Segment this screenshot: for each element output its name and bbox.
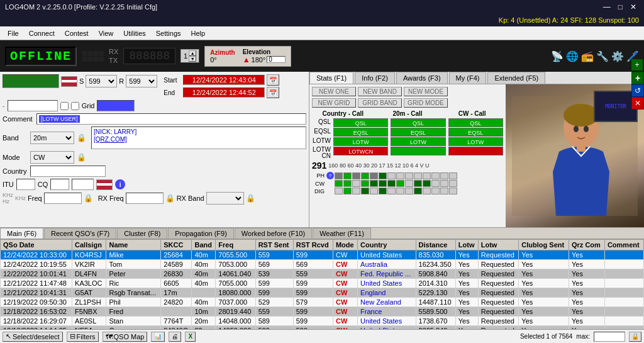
- table-cell: 40m: [192, 279, 216, 288]
- elevation-value: 180°: [252, 56, 266, 64]
- start-calendar-btn[interactable]: 📅: [267, 74, 279, 86]
- table-cell: CW: [333, 250, 357, 260]
- stats-col-headers: Country - Call 20m - Call CW - Call: [312, 110, 503, 117]
- table-row[interactable]: 12/24/2022 10:19:55VK2IRTom2458940m7053.…: [1, 260, 644, 269]
- log-tab-weather[interactable]: Weather (F11): [313, 228, 371, 239]
- new-mode-button[interactable]: NEW MODE: [404, 87, 448, 96]
- name-input[interactable]: Larry: [8, 100, 58, 111]
- cq-input[interactable]: 5: [50, 179, 69, 190]
- blue-refresh-button[interactable]: ↺: [631, 84, 644, 97]
- tab-awards[interactable]: Awards (F3): [396, 72, 448, 84]
- minimize-button[interactable]: —: [601, 3, 613, 11]
- channel-spinner[interactable]: 1 ▲ ▼: [180, 49, 199, 63]
- elevation-input[interactable]: [267, 56, 286, 63]
- freq-input[interactable]: 0: [44, 193, 82, 204]
- print-button[interactable]: 🖨: [169, 332, 181, 342]
- freq-lock-icon: 🔒: [84, 194, 93, 203]
- ph-17: [387, 172, 396, 179]
- menu-file[interactable]: File: [3, 28, 24, 38]
- grid-band-button[interactable]: GRID BAND: [358, 98, 402, 108]
- table-row[interactable]: 12/18/2022 16:29:07AE0SLStan7764T20m1404…: [1, 317, 644, 326]
- itu-input[interactable]: 8: [16, 179, 35, 190]
- table-cell: Yes: [519, 298, 569, 307]
- globe-icon[interactable]: 🌐: [566, 50, 579, 62]
- log-tab-main[interactable]: Main (F6): [0, 228, 43, 239]
- s-select[interactable]: 599: [86, 75, 117, 87]
- table-cell: 569: [255, 260, 293, 269]
- th-name: Name: [106, 240, 161, 250]
- r-select[interactable]: 599: [126, 75, 157, 87]
- red-close-button[interactable]: ✕: [631, 97, 644, 110]
- qsl-country-box: QSL: [333, 118, 388, 127]
- mode-select[interactable]: CW: [30, 151, 74, 164]
- table-cell: 16234.350: [416, 260, 455, 269]
- grid-input[interactable]: FN43ic: [97, 100, 135, 111]
- log-tab-worked-before[interactable]: Worked before (F10): [235, 228, 312, 239]
- qso-map-button[interactable]: 🗺 QSO Map: [103, 332, 148, 342]
- select-deselect-button[interactable]: ↖ Select/deselect: [3, 332, 63, 342]
- table-cell: Requested: [478, 298, 519, 307]
- cw-row: CW: [312, 180, 503, 187]
- settings-icon[interactable]: ⚙️: [611, 50, 624, 62]
- tab-info[interactable]: Info (F2): [355, 72, 395, 84]
- rx-band-select[interactable]: [206, 192, 244, 205]
- country-input[interactable]: United States: [30, 166, 106, 177]
- menu-connect[interactable]: Connect: [24, 28, 60, 38]
- tools-icon[interactable]: 🔧: [596, 50, 609, 62]
- band-select[interactable]: 20m: [30, 132, 74, 144]
- tab-stats[interactable]: Stats (F1): [309, 72, 353, 84]
- menu-view[interactable]: View: [94, 28, 119, 38]
- menu-settings[interactable]: Settings: [151, 28, 186, 38]
- green-side-btn[interactable]: +: [631, 59, 643, 70]
- rx-band-lock-icon: 🔒: [246, 194, 255, 203]
- checkbox2[interactable]: [71, 102, 79, 110]
- titlebar-controls: — □ ✕: [601, 3, 639, 11]
- table-cell: 7055.000: [216, 279, 255, 288]
- log-tab-cluster[interactable]: Cluster (F8): [117, 228, 167, 239]
- spinner-down[interactable]: ▼: [189, 56, 196, 62]
- menu-utilities[interactable]: Utilities: [118, 28, 150, 38]
- log-tab-recent[interactable]: Recent QSO's (F7): [44, 228, 116, 239]
- new-grid-button[interactable]: NEW GRID: [312, 98, 356, 108]
- table-cell: CW: [333, 269, 357, 279]
- info-icon[interactable]: i: [115, 179, 125, 189]
- callsign-input[interactable]: N1FG: [3, 74, 59, 88]
- table-row[interactable]: 12/24/2022 10:33:00KO4RSJMike2568440m705…: [1, 250, 644, 260]
- log-table-container[interactable]: QSo Date Callsign Name SKCC Band Freq RS…: [0, 239, 644, 329]
- qsl-20m-box: QSL: [391, 118, 445, 127]
- grid-mode-button[interactable]: GRID MODE: [404, 98, 448, 108]
- new-band-button[interactable]: NEW BAND: [358, 87, 402, 96]
- checkbox1[interactable]: [60, 102, 69, 110]
- close-button[interactable]: ✕: [628, 3, 639, 11]
- spinner-up[interactable]: ▲: [189, 50, 196, 56]
- table-cell: 14048.000: [216, 317, 255, 326]
- svg-point-3: [574, 126, 579, 132]
- end-calendar-btn[interactable]: 📅: [267, 87, 279, 98]
- lock-button[interactable]: 🔒: [629, 332, 641, 342]
- table-row[interactable]: 12/21/2022 11:47:48KA3LOCRic660540m7055.…: [1, 279, 644, 288]
- tab-extended[interactable]: Extended (F5): [487, 72, 545, 84]
- max-input[interactable]: 10000: [594, 332, 625, 342]
- radio-wave-icon[interactable]: 📡: [551, 50, 564, 62]
- export-button[interactable]: 📊: [151, 332, 165, 342]
- table-row[interactable]: 12/18/2022 16:53:02F5NBXFred10m28019.440…: [1, 307, 644, 317]
- excel-button[interactable]: X: [185, 332, 196, 342]
- ph-info-icon[interactable]: ?: [326, 172, 334, 179]
- menu-contest[interactable]: Contest: [60, 28, 94, 38]
- rx-freq-lock-icon: 🔒: [165, 194, 175, 203]
- table-row[interactable]: 12/22/2022 10:01:41DL4FNPeter2683040m140…: [1, 269, 644, 279]
- maximize-button[interactable]: □: [616, 3, 625, 11]
- table-cell: Stan: [106, 317, 161, 326]
- new-one-button[interactable]: NEW ONE: [312, 87, 356, 96]
- table-cell: 12/18/2022 16:53:02: [1, 307, 72, 317]
- antenna-icon[interactable]: 📻: [581, 50, 594, 62]
- log-tab-propagation[interactable]: Propagation (F9): [168, 228, 234, 239]
- tab-my[interactable]: My (F4): [449, 72, 487, 84]
- menu-help[interactable]: Help: [186, 28, 211, 38]
- green-plus-button[interactable]: +: [631, 72, 644, 84]
- filters-button[interactable]: ⊟ Filters: [67, 332, 99, 342]
- cq-291-input[interactable]: 291: [72, 179, 94, 190]
- rx-freq-input[interactable]: 0: [126, 193, 164, 204]
- table-row[interactable]: 12/19/2022 09:50:30ZL1PSHPhil2482040m703…: [1, 298, 644, 307]
- table-row[interactable]: 12/21/2022 10:41:31G5ATRsgb Transat...17…: [1, 288, 644, 298]
